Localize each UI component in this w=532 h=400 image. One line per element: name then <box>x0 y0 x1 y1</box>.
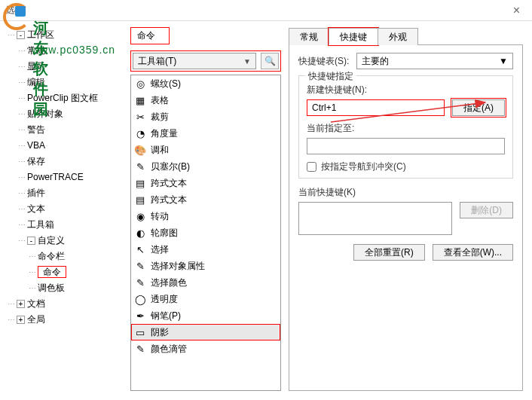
tool-icon: ▤ <box>134 177 146 189</box>
tree-item[interactable]: 编辑 <box>27 77 45 87</box>
list-item-label: 裁剪 <box>151 111 169 124</box>
current-shortcut-list[interactable] <box>298 202 452 235</box>
list-item[interactable]: ✎贝塞尔(B) <box>131 158 280 175</box>
tree-item[interactable]: 调色板 <box>38 282 65 293</box>
list-item-label: 颜色滴管 <box>151 343 187 356</box>
window-title: 选项 <box>6 4 24 17</box>
tree-item[interactable]: 命令栏 <box>38 251 65 261</box>
navigate-conflict-label: 按指定导航到冲突(C) <box>321 160 406 173</box>
navigate-conflict-checkbox[interactable] <box>307 162 316 172</box>
list-item-label: 调和 <box>151 144 169 157</box>
list-item[interactable]: ✎选择对象属性 <box>131 258 280 274</box>
tree-doc[interactable]: 文档 <box>27 298 45 309</box>
new-shortcut-label: 新建快捷键(N): <box>307 84 505 96</box>
tool-icon: ◉ <box>134 210 146 222</box>
list-item[interactable]: ▦表格 <box>131 92 280 108</box>
tree-item[interactable]: 显示 <box>27 61 45 72</box>
toolbox-select-label: 工具箱(T) <box>138 55 176 68</box>
list-item[interactable]: ◎螺纹(S) <box>131 75 280 92</box>
tab-0[interactable]: 常规 <box>289 28 329 45</box>
toolbox-select[interactable]: 工具箱(T) ▼ <box>133 53 256 69</box>
expand-icon[interactable]: + <box>17 316 25 324</box>
tool-icon: ✎ <box>134 276 146 289</box>
list-item-label: 表格 <box>151 94 169 107</box>
tool-icon: ↖ <box>134 243 146 255</box>
list-item-label: 跨式文本 <box>151 177 187 190</box>
tree-root[interactable]: 工作区 <box>27 29 54 40</box>
tab-bar: 常规快捷键外观 <box>289 27 523 45</box>
tab-1[interactable]: 快捷键 <box>329 28 378 45</box>
tree-item[interactable]: PowerClip 图文框 <box>27 93 98 103</box>
tab-2[interactable]: 外观 <box>378 28 418 45</box>
list-item-label: 跨式文本 <box>151 194 187 206</box>
binoculars-icon: 🔍 <box>264 56 276 66</box>
shortcut-table-value: 主要的 <box>362 55 389 68</box>
list-item[interactable]: ▤跨式文本 <box>131 175 280 191</box>
current-assigned-field <box>307 138 505 154</box>
tree-item[interactable]: 插件 <box>27 188 45 198</box>
reset-all-button[interactable]: 全部重置(R) <box>353 244 425 261</box>
tool-icon: ◎ <box>134 78 146 90</box>
nav-tree[interactable]: -工作区 常规显示编辑PowerClip 图文框贴齐对象警告VBA保存Power… <box>0 21 124 400</box>
tree-item[interactable]: 警告 <box>27 124 45 135</box>
tree-custom[interactable]: 自定义 <box>38 235 65 246</box>
tool-icon: ◐ <box>134 227 146 239</box>
list-item-label: 轮廓图 <box>151 227 178 240</box>
list-item-label: 角度量 <box>151 127 178 140</box>
list-item[interactable]: 🎨调和 <box>131 142 280 158</box>
shortcut-table-select[interactable]: 主要的 ▼ <box>356 53 513 69</box>
list-item-label: 选择颜色 <box>151 276 187 289</box>
tree-item[interactable]: 常规 <box>27 45 45 56</box>
tool-icon: ▭ <box>134 326 146 338</box>
list-item[interactable]: ▤跨式文本 <box>131 191 280 208</box>
list-item[interactable]: ◉转动 <box>131 208 280 224</box>
current-shortcut-label: 当前快捷键(K) <box>298 186 513 199</box>
list-item-label: 透明度 <box>151 293 178 306</box>
new-shortcut-input[interactable] <box>307 99 445 116</box>
tool-icon: ✎ <box>134 260 146 272</box>
list-item[interactable]: ↖选择 <box>131 241 280 258</box>
assign-button[interactable]: 指定(A) <box>452 99 505 116</box>
list-item[interactable]: ▭阴影 <box>131 324 280 340</box>
expand-icon[interactable]: + <box>17 300 25 308</box>
tool-icon: ✎ <box>134 343 146 355</box>
list-item[interactable]: ✎选择颜色 <box>131 274 280 291</box>
tool-icon: ◯ <box>134 293 146 305</box>
shortcut-table-label: 快捷键表(S): <box>298 55 349 68</box>
tree-item[interactable]: 保存 <box>27 156 45 166</box>
tool-icon: ▤ <box>134 194 146 206</box>
tool-icon: ✎ <box>134 160 146 173</box>
list-item[interactable]: ✒钢笔(P) <box>131 307 280 324</box>
list-item[interactable]: ◔角度量 <box>131 125 280 142</box>
tree-item[interactable]: PowerTRACE <box>27 172 84 182</box>
search-button[interactable]: 🔍 <box>261 53 279 69</box>
list-item-label: 钢笔(P) <box>151 310 181 322</box>
list-item-label: 转动 <box>151 210 169 223</box>
view-all-button[interactable]: 查看全部(W)... <box>433 244 513 261</box>
close-icon[interactable]: × <box>507 4 526 17</box>
list-item[interactable]: ✎颜色滴管 <box>131 340 280 357</box>
list-item[interactable]: ◯透明度 <box>131 291 280 307</box>
section-heading: 命令 <box>130 27 170 44</box>
tree-item[interactable]: VBA <box>27 140 45 151</box>
chevron-down-icon: ▼ <box>499 56 508 66</box>
delete-button[interactable]: 删除(D) <box>460 202 513 218</box>
expand-icon[interactable]: - <box>27 237 35 245</box>
tool-icon: ✒ <box>134 310 146 322</box>
expand-icon[interactable]: - <box>17 31 25 39</box>
list-item-label: 贝塞尔(B) <box>151 160 190 173</box>
tree-global[interactable]: 全局 <box>27 314 45 325</box>
tree-item[interactable]: 命令 <box>38 266 66 278</box>
tool-icon: ▦ <box>134 94 146 106</box>
list-item-label: 选择对象属性 <box>151 260 205 273</box>
tree-item[interactable]: 贴齐对象 <box>27 108 63 119</box>
current-assigned-label: 当前指定至: <box>307 122 505 135</box>
command-list[interactable]: ◎螺纹(S)▦表格✂裁剪◔角度量🎨调和✎贝塞尔(B)▤跨式文本▤跨式文本◉转动◐… <box>130 75 281 391</box>
assign-group-label: 快捷键指定 <box>305 70 356 83</box>
tree-item[interactable]: 工具箱 <box>27 219 54 230</box>
list-item-label: 选择 <box>151 243 169 256</box>
tree-item[interactable]: 文本 <box>27 203 45 214</box>
list-item[interactable]: ✂裁剪 <box>131 108 280 125</box>
list-item[interactable]: ◐轮廓图 <box>131 224 280 241</box>
tool-icon: 🎨 <box>134 144 146 156</box>
